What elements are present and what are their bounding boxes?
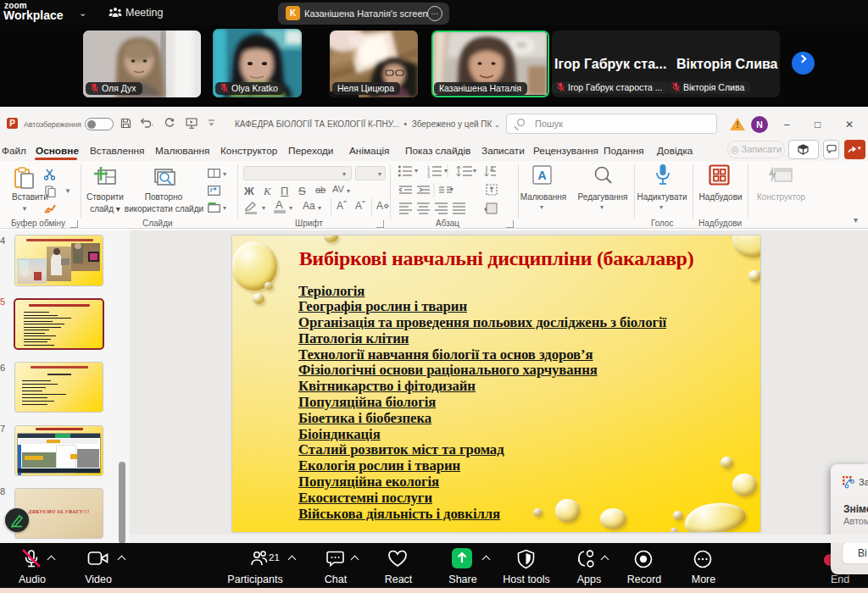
svg-text:A: A — [537, 169, 546, 182]
svg-text:А: А — [490, 166, 494, 172]
svg-text:3: 3 — [427, 174, 430, 179]
